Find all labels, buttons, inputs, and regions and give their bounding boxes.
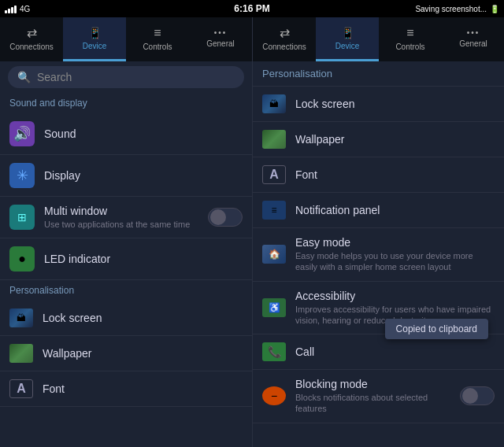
- right-item-call[interactable]: 📞 Call Copied to clipboard: [253, 334, 504, 370]
- wallpaper-title: Wallpaper: [43, 347, 243, 360]
- list-item-lockscreen[interactable]: 🏔 Lock screen: [0, 301, 252, 336]
- list-item-wallpaper[interactable]: Wallpaper: [0, 336, 252, 371]
- font-title: Font: [43, 382, 243, 395]
- list-item-font[interactable]: A Font: [0, 371, 252, 407]
- status-bar-left: 4G: [5, 4, 30, 13]
- clipboard-toast: Copied to clipboard: [385, 319, 488, 339]
- tab-connections-right-label: Connections: [262, 42, 306, 51]
- screenshot-text: Saving screenshot...: [415, 5, 487, 13]
- wallpaper-right-text: Wallpaper: [295, 133, 495, 146]
- status-bar-right: Saving screenshot... 🔋: [415, 5, 499, 13]
- right-item-lockscreen[interactable]: 🏔 Lock screen: [253, 87, 504, 122]
- led-icon: ●: [9, 246, 35, 272]
- led-text-wrapper: LED indicator: [44, 253, 243, 265]
- tab-controls-right[interactable]: ≡ Controls: [379, 17, 442, 61]
- multiwindow-title: Multi window: [44, 205, 198, 217]
- tab-controls-left-label: Controls: [143, 42, 172, 51]
- tab-connections-right[interactable]: ⇄ Connections: [253, 17, 316, 61]
- lockscreen-right-text: Lock screen: [295, 98, 495, 110]
- sound-text-wrapper: Sound: [44, 127, 243, 140]
- font-icon: A: [9, 379, 33, 398]
- blocking-icon-right: −: [262, 386, 286, 405]
- wallpaper-icon-right: [262, 130, 286, 149]
- call-right-text: Call: [295, 345, 495, 358]
- left-panel: ⇄ Connections 📱 Device ≡ Controls ••• Ge…: [0, 17, 252, 447]
- controls-icon-left: ≡: [154, 26, 161, 40]
- lockscreen-text-wrapper: Lock screen: [43, 312, 243, 324]
- notification-icon-right: ≡: [262, 201, 286, 220]
- tab-controls-right-label: Controls: [395, 42, 424, 51]
- network-indicator: 4G: [20, 5, 30, 13]
- main-content: ⇄ Connections 📱 Device ≡ Controls ••• Ge…: [0, 17, 504, 447]
- display-title: Display: [44, 169, 243, 182]
- sound-icon: 🔊: [9, 121, 35, 146]
- left-panel-scroll[interactable]: Sound and display 🔊 Sound ✳ Display: [0, 93, 252, 447]
- tab-general-left-label: General: [206, 39, 235, 48]
- display-icon: ✳: [9, 163, 35, 188]
- right-item-easymode[interactable]: 🏠 Easy mode Easy mode helps you to use y…: [253, 228, 504, 282]
- device-icon-left: 📱: [88, 27, 102, 39]
- tab-general-right[interactable]: ••• General: [442, 17, 504, 61]
- multiwindow-text-wrapper: Multi window Use two applications at the…: [44, 205, 198, 230]
- font-right-title: Font: [295, 168, 495, 181]
- notif-right-text: Notification panel: [295, 204, 495, 216]
- section-header-sound: Sound and display: [0, 93, 252, 113]
- notif-right-title: Notification panel: [295, 204, 495, 216]
- list-item-display[interactable]: ✳ Display: [0, 155, 252, 197]
- multiwindow-subtitle: Use two applications at the same time: [44, 219, 198, 230]
- list-item-led[interactable]: ● LED indicator: [0, 238, 252, 280]
- easymode-right-text: Easy mode Easy mode helps you to use you…: [295, 236, 495, 273]
- tab-device-right[interactable]: 📱 Device: [316, 17, 379, 61]
- blocking-right-text: Blocking mode Blocks notifications about…: [295, 378, 450, 415]
- search-input-wrapper[interactable]: 🔍 Search: [8, 66, 244, 88]
- accessibility-right-title: Accessibility: [295, 290, 495, 302]
- lockscreen-right-title: Lock screen: [295, 98, 495, 110]
- tab-connections-left[interactable]: ⇄ Connections: [0, 17, 63, 61]
- signal-bars: [5, 4, 17, 13]
- font-right-text: Font: [295, 168, 495, 181]
- search-icon: 🔍: [17, 71, 31, 83]
- list-item-sound[interactable]: 🔊 Sound: [0, 113, 252, 155]
- multiwindow-toggle-knob: [210, 209, 226, 225]
- right-panel: ⇄ Connections 📱 Device ≡ Controls ••• Ge…: [252, 17, 504, 447]
- easymode-right-subtitle: Easy mode helps you to use your device m…: [295, 250, 495, 273]
- right-item-font[interactable]: A Font: [253, 157, 504, 193]
- blocking-right-subtitle: Blocks notifications about selected feat…: [295, 392, 450, 415]
- sound-title: Sound: [44, 127, 243, 140]
- connections-icon-right: ⇄: [280, 25, 290, 40]
- wallpaper-icon: [9, 344, 33, 363]
- right-item-blocking[interactable]: − Blocking mode Blocks notifications abo…: [253, 370, 504, 423]
- signal-bar-2: [8, 9, 10, 13]
- tab-general-right-label: General: [459, 39, 487, 48]
- blocking-toggle-knob: [462, 388, 478, 404]
- tab-device-left[interactable]: 📱 Device: [63, 17, 126, 61]
- call-right-title: Call: [295, 345, 495, 358]
- right-item-wallpaper[interactable]: Wallpaper: [253, 122, 504, 157]
- lockscreen-title: Lock screen: [43, 312, 243, 324]
- search-placeholder: Search: [37, 71, 72, 83]
- blocking-toggle[interactable]: [460, 386, 495, 405]
- tab-device-right-label: Device: [335, 42, 360, 50]
- wallpaper-right-title: Wallpaper: [295, 133, 495, 146]
- search-bar[interactable]: 🔍 Search: [0, 61, 252, 93]
- tab-device-left-label: Device: [83, 42, 107, 50]
- status-bar-time: 6:16 PM: [234, 3, 269, 14]
- right-item-notif[interactable]: ≡ Notification panel: [253, 193, 504, 228]
- right-list[interactable]: 🏔 Lock screen Wallpaper A Font ≡: [253, 87, 504, 447]
- controls-icon-right: ≡: [406, 26, 413, 40]
- font-icon-right: A: [262, 165, 286, 184]
- easymode-icon-right: 🏠: [262, 245, 286, 264]
- section-header-personal: Personalisation: [0, 280, 252, 301]
- multiwindow-toggle[interactable]: [208, 208, 243, 227]
- tab-general-left[interactable]: ••• General: [189, 17, 252, 61]
- easymode-right-title: Easy mode: [295, 236, 495, 249]
- list-item-multiwindow[interactable]: ⊞ Multi window Use two applications at t…: [0, 197, 252, 238]
- font-text-wrapper: Font: [43, 382, 243, 395]
- battery-icon: 🔋: [490, 5, 499, 13]
- status-bar: 4G 6:16 PM Saving screenshot... 🔋: [0, 0, 504, 17]
- personalisation-header: Personalisation: [253, 61, 504, 87]
- tab-connections-left-label: Connections: [9, 42, 54, 51]
- tab-controls-left[interactable]: ≡ Controls: [126, 17, 189, 61]
- multiwindow-icon: ⊞: [9, 205, 35, 230]
- signal-bar-4: [14, 6, 17, 13]
